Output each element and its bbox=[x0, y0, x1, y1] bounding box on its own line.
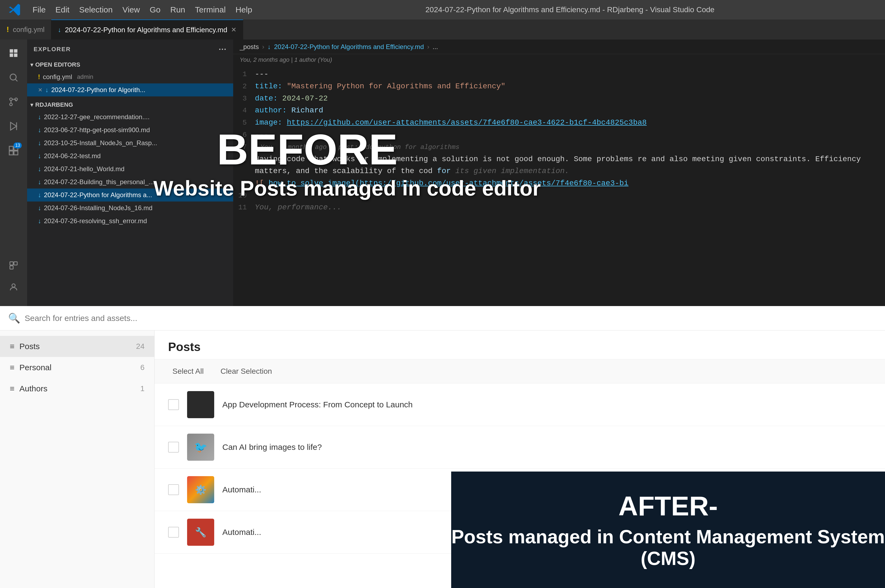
cms-nav-posts[interactable]: ≡ Posts 24 bbox=[0, 336, 154, 357]
activity-explorer[interactable] bbox=[5, 45, 22, 61]
post-4-checkbox[interactable] bbox=[168, 527, 179, 538]
personal-icon: ≡ bbox=[10, 363, 15, 372]
md-icon: ↓ bbox=[58, 26, 61, 34]
menu-help[interactable]: Help bbox=[235, 5, 252, 14]
after-title: AFTER- bbox=[619, 490, 718, 522]
menu-edit[interactable]: Edit bbox=[55, 5, 69, 14]
sidebar-file-3[interactable]: ↓ 2023-10-25-Install_NodeJs_on_Rasp... bbox=[27, 136, 233, 150]
cms-post-item-1[interactable]: App Development Process: From Concept to… bbox=[155, 384, 885, 426]
cms-section: 🔍 ≡ Posts 24 ≡ Personal 6 ≡ bbox=[0, 306, 885, 588]
tab-md[interactable]: ↓ 2024-07-22-Python for Algorithms and E… bbox=[51, 20, 243, 39]
file-md-name: 2024-07-22-Python for Algorith... bbox=[51, 86, 145, 94]
code-line-10: 10 bbox=[233, 190, 885, 201]
post-4-thumb: 🔧 bbox=[187, 519, 214, 546]
code-line-6: 6 --- bbox=[233, 129, 885, 141]
post-1-thumb bbox=[187, 391, 214, 418]
activity-run[interactable] bbox=[5, 118, 22, 134]
titlebar: File Edit Selection View Go Run Terminal… bbox=[0, 0, 885, 20]
post-3-checkbox[interactable] bbox=[168, 484, 179, 495]
cms-content-title: Posts bbox=[155, 330, 885, 359]
sidebar-file-4[interactable]: ↓ 2024-06-22-test.md bbox=[27, 150, 233, 162]
svg-marker-5 bbox=[11, 122, 17, 130]
breadcrumb-file: 2024-07-22-Python for Algorithms and Eff… bbox=[274, 43, 424, 51]
code-editor[interactable]: _posts › ↓ 2024-07-22-Python for Algorit… bbox=[233, 39, 885, 306]
file-arrow-icon: ↓ bbox=[38, 204, 41, 212]
after-overlay: AFTER- Posts managed in Content Manageme… bbox=[451, 471, 885, 588]
sidebar-file-6[interactable]: ↓ 2024-07-22-Building_this_personal_... bbox=[27, 176, 233, 189]
tab-config[interactable]: ! config.yml bbox=[0, 20, 51, 39]
svg-rect-11 bbox=[10, 262, 13, 265]
file-4-name: 2024-06-22-test.md bbox=[44, 152, 101, 160]
cms-searchbar: 🔍 bbox=[0, 306, 885, 330]
search-input[interactable] bbox=[25, 314, 877, 323]
editor-breadcrumb: _posts › ↓ 2024-07-22-Python for Algorit… bbox=[233, 39, 885, 54]
authors-icon: ≡ bbox=[10, 384, 15, 393]
after-subtitle: Posts managed in Content Management Syst… bbox=[451, 526, 885, 569]
sidebar-file-9[interactable]: ↓ 2024-07-26-resolving_ssh_error.md bbox=[27, 214, 233, 228]
activity-source-control[interactable] bbox=[5, 94, 22, 110]
cms-post-item-2[interactable]: 🐦 Can AI bring images to life? bbox=[155, 426, 885, 468]
cms-nav-sidebar: ≡ Posts 24 ≡ Personal 6 ≡ Authors 1 bbox=[0, 330, 155, 588]
activity-extensions[interactable]: 13 bbox=[5, 142, 22, 159]
svg-rect-9 bbox=[9, 151, 13, 155]
code-line-7: 7 You, 3 months ago • post: add python f… bbox=[233, 141, 885, 153]
clear-selection-button[interactable]: Clear Selection bbox=[216, 365, 276, 378]
open-editors-label: OPEN EDITORS bbox=[35, 61, 80, 68]
tab-close-icon[interactable]: ✕ bbox=[231, 26, 236, 34]
open-editors-header[interactable]: ▾ OPEN EDITORS bbox=[27, 59, 233, 70]
select-all-button[interactable]: Select All bbox=[168, 365, 208, 378]
file-arrow-icon: ↓ bbox=[38, 113, 41, 121]
code-line-5: 5 image: https://github.com/user-attachm… bbox=[233, 117, 885, 129]
file-arrow-icon: ↓ bbox=[38, 126, 41, 134]
sidebar-file-5[interactable]: ↓ 2024-07-21-hello_World.md bbox=[27, 162, 233, 176]
cms-nav-authors[interactable]: ≡ Authors 1 bbox=[0, 378, 154, 399]
code-line-9: 9 ![ how_to_solve_image](https://github.… bbox=[233, 177, 885, 190]
menu-terminal[interactable]: Terminal bbox=[195, 5, 226, 14]
menu-selection[interactable]: Selection bbox=[79, 5, 113, 14]
file-6-name: 2024-07-22-Building_this_personal_... bbox=[44, 178, 154, 186]
posts-label: Posts bbox=[20, 342, 40, 351]
menu-view[interactable]: View bbox=[122, 5, 140, 14]
menu-run[interactable]: Run bbox=[170, 5, 185, 14]
sidebar-file-1[interactable]: ↓ 2022-12-27-gee_recommendation.... bbox=[27, 111, 233, 123]
sidebar-file-config[interactable]: ! config.yml admin bbox=[27, 70, 233, 83]
file-arrow-icon: ↓ bbox=[38, 178, 41, 186]
activity-account[interactable] bbox=[5, 279, 22, 295]
exclaim-icon: ! bbox=[38, 73, 40, 81]
tab-bar: ! config.yml ↓ 2024-07-22-Python for Alg… bbox=[0, 20, 885, 39]
sidebar-file-7[interactable]: ↓ 2024-07-22-Python for Algorithms a... bbox=[27, 189, 233, 201]
file-close-icon[interactable]: ✕ bbox=[38, 87, 42, 93]
post-2-title: Can AI bring images to life? bbox=[222, 442, 871, 452]
svg-point-0 bbox=[10, 74, 16, 80]
file-arrow-icon: ↓ bbox=[38, 165, 41, 173]
rdjarbeng-chevron-icon: ▾ bbox=[30, 102, 33, 108]
menu-bar: File Edit Selection View Go Run Terminal… bbox=[33, 5, 252, 14]
post-1-checkbox[interactable] bbox=[168, 399, 179, 410]
sidebar-file-8[interactable]: ↓ 2024-07-26-Installing_NodeJs_16.md bbox=[27, 201, 233, 214]
sidebar-file-md-active[interactable]: ✕ ↓ 2024-07-22-Python for Algorith... bbox=[27, 83, 233, 96]
activity-search[interactable] bbox=[5, 69, 22, 86]
sidebar-header: EXPLORER ··· bbox=[27, 39, 233, 59]
vscode-sidebar: EXPLORER ··· ▾ OPEN EDITORS ! config.yml… bbox=[27, 39, 233, 306]
posts-icon: ≡ bbox=[10, 342, 15, 351]
svg-rect-12 bbox=[14, 262, 17, 265]
post-1-title: App Development Process: From Concept to… bbox=[222, 400, 871, 409]
cms-nav-personal[interactable]: ≡ Personal 6 bbox=[0, 357, 154, 378]
file-config-suffix: admin bbox=[77, 74, 93, 81]
activity-remote[interactable] bbox=[5, 257, 22, 273]
svg-point-14 bbox=[12, 284, 15, 287]
authors-label: Authors bbox=[20, 384, 47, 393]
menu-file[interactable]: File bbox=[33, 5, 45, 14]
post-2-checkbox[interactable] bbox=[168, 442, 179, 453]
window-title: 2024-07-22-Python for Algorithms and Eff… bbox=[263, 5, 877, 14]
breadcrumb-posts: _posts bbox=[240, 43, 259, 51]
posts-count: 24 bbox=[136, 342, 144, 351]
svg-rect-10 bbox=[14, 151, 18, 155]
code-line-11: 11 You, performance... bbox=[233, 201, 885, 214]
menu-go[interactable]: Go bbox=[150, 5, 161, 14]
personal-count: 6 bbox=[140, 363, 144, 372]
sidebar-file-2[interactable]: ↓ 2023-06-27-http-get-post-sim900.md bbox=[27, 123, 233, 136]
sidebar-menu-dots[interactable]: ··· bbox=[219, 45, 227, 54]
rdjarbeng-header[interactable]: ▾ RDJARBENG bbox=[27, 99, 233, 111]
editor-lines[interactable]: 1 --- 2 title: "Mastering Python for Alg… bbox=[233, 66, 885, 306]
